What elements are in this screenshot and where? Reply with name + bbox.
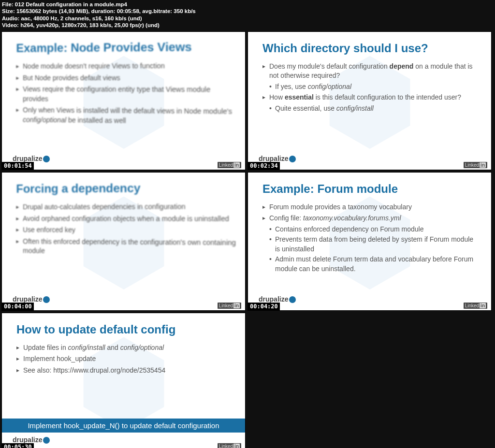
meta-video-label: Video:: [2, 22, 19, 28]
bullet-item: Use enforced key: [16, 224, 237, 237]
slide-title: Forcing a dependency: [16, 180, 237, 195]
bullet-item: Implement hook_update: [16, 353, 231, 365]
bullet-item: Contains enforced dependency on Forum mo…: [262, 224, 477, 235]
slide-content: How to update default configUpdate files…: [2, 313, 245, 376]
file-metadata: File: 012 Default configuration in a mod…: [0, 0, 495, 30]
timestamp-label: 00:02:34: [248, 162, 280, 170]
bullet-item: Forum module provides a taxonomy vocabul…: [262, 202, 477, 213]
bullet-item: Views require the configuration entity t…: [16, 84, 237, 106]
meta-audio-label: Audio:: [2, 15, 19, 21]
slide-caption: Implement hook_update_N() to update defa…: [2, 419, 245, 433]
meta-size-value: 15653062 bytes (14,93 MiB), duration: 00…: [16, 8, 196, 14]
brand-dot-icon: [289, 296, 296, 303]
slide-bullets: Drupal auto-calculates dependencies in c…: [16, 201, 237, 259]
linkedin-badge: Linkedin: [464, 162, 487, 168]
bullet-item: Node module doesn't require Views to fun…: [16, 60, 237, 72]
linkedin-badge: Linkedin: [464, 303, 487, 309]
video-thumbnail[interactable]: ⬢Which directory should I use?Does my mo…: [248, 32, 491, 170]
meta-size-label: Size:: [2, 8, 15, 14]
video-thumbnail[interactable]: ⬢Example: Forum moduleForum module provi…: [248, 173, 491, 310]
slide-bullets: Node module doesn't require Views to fun…: [16, 60, 237, 128]
meta-audio-value: aac, 48000 Hz, 2 channels, s16, 160 kb/s…: [21, 15, 142, 21]
bullet-item: But Node provides default views: [16, 72, 237, 84]
brand-dot-icon: [43, 156, 50, 162]
bullet-item: Avoid orphaned configuration objects whe…: [16, 213, 237, 225]
bullet-item: Prevents term data from being deleted by…: [262, 234, 477, 254]
video-thumbnail[interactable]: ⬢How to update default configUpdate file…: [2, 313, 245, 448]
bullet-item: Admin must delete Forum term data and vo…: [262, 254, 477, 274]
bullet-item: If yes, use config/optional: [262, 82, 477, 92]
thumbnail-grid: ⬢Example: Node Provides ViewsNode module…: [0, 30, 495, 448]
brand-dot-icon: [43, 296, 50, 303]
brand-dot-icon: [289, 156, 296, 162]
bullet-item: How essential is this default configurat…: [262, 92, 477, 103]
slide-title: Example: Node Provides Views: [16, 39, 237, 55]
slide-bullets: Forum module provides a taxonomy vocabul…: [262, 202, 477, 275]
bullet-item: Drupal auto-calculates dependencies in c…: [16, 201, 237, 213]
meta-video-value: h264, yuv420p, 1280x720, 183 kb/s, 25,00…: [20, 22, 160, 28]
slide-bullets: Update files in config/install and confi…: [16, 342, 231, 376]
bullet-item: Update files in config/install and confi…: [16, 342, 231, 354]
slide-title: How to update default config: [16, 323, 231, 336]
bullet-item: Only when Views is installed will the de…: [16, 104, 237, 128]
linkedin-badge: Linkedin: [218, 443, 241, 448]
linkedin-badge: Linkedin: [218, 303, 241, 309]
slide-content: Example: Node Provides ViewsNode module …: [2, 32, 245, 128]
bullet-item: Config file: taxonomy.vocabulary.forums.…: [262, 213, 477, 224]
slide-content: Example: Forum moduleForum module provid…: [248, 173, 491, 275]
timestamp-label: 00:05:30: [2, 443, 34, 448]
slide-content: Forcing a dependencyDrupal auto-calculat…: [2, 173, 245, 259]
bullet-item: Often this enforced dependency is the co…: [16, 235, 237, 259]
timestamp-label: 00:04:00: [2, 303, 34, 310]
brand-dot-icon: [43, 437, 50, 444]
bullet-item: Quite essential, use config/install: [262, 103, 477, 114]
meta-file-name: 012 Default configuration in a module.mp…: [15, 1, 127, 7]
timestamp-label: 00:01:54: [2, 162, 34, 170]
linkedin-badge: Linkedin: [218, 162, 241, 168]
video-thumbnail[interactable]: ⬢Forcing a dependencyDrupal auto-calcula…: [2, 173, 245, 310]
bullet-item: See also: https://www.drupal.org/node/25…: [16, 365, 231, 376]
timestamp-label: 00:04:20: [248, 303, 280, 310]
bullet-item: Does my module's default configuration d…: [262, 61, 477, 82]
slide-title: Example: Forum module: [262, 182, 477, 196]
slide-title: Which directory should I use?: [262, 42, 477, 55]
slide-content: Which directory should I use?Does my mod…: [248, 32, 491, 114]
slide-bullets: Does my module's default configuration d…: [262, 61, 477, 114]
video-thumbnail[interactable]: ⬢Example: Node Provides ViewsNode module…: [2, 32, 245, 170]
meta-file-label: File:: [2, 1, 14, 7]
